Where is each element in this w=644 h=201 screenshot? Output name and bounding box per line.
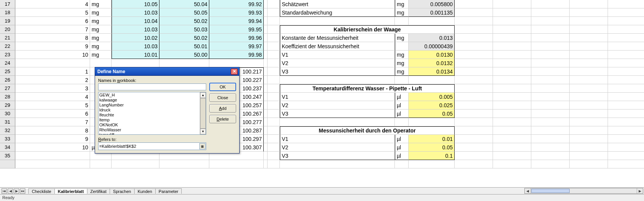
cell[interactable] xyxy=(90,160,112,168)
cell[interactable] xyxy=(264,67,268,76)
cell[interactable] xyxy=(159,59,209,67)
close-button[interactable]: Close xyxy=(209,93,236,102)
cell[interactable]: 5 xyxy=(15,101,90,109)
cell[interactable]: 50.05 xyxy=(159,8,209,17)
sheet-tab-kunden[interactable]: Kunden xyxy=(134,188,156,194)
cell[interactable] xyxy=(570,93,608,101)
cell[interactable] xyxy=(570,42,608,51)
cell[interactable] xyxy=(531,59,570,67)
cell[interactable] xyxy=(455,76,493,84)
cell[interactable] xyxy=(268,34,280,42)
tab-nav-prev[interactable]: ◀ xyxy=(8,188,13,194)
cell[interactable]: V3 xyxy=(280,109,395,118)
cell[interactable] xyxy=(268,93,280,101)
cell[interactable]: 9 xyxy=(15,135,90,143)
cell[interactable]: µl xyxy=(395,152,409,160)
cell[interactable] xyxy=(608,34,644,42)
cell[interactable] xyxy=(455,84,493,93)
cell[interactable]: Schätzwert xyxy=(280,0,395,8)
cell[interactable] xyxy=(395,160,409,168)
cell[interactable] xyxy=(493,143,531,152)
cell[interactable]: mg xyxy=(90,42,112,51)
cell[interactable] xyxy=(409,160,455,168)
cell[interactable] xyxy=(608,8,644,17)
scroll-down-button[interactable]: ▼ xyxy=(200,129,206,134)
cell[interactable]: 0.01 xyxy=(409,135,455,143)
cell[interactable] xyxy=(570,25,608,34)
cell[interactable] xyxy=(280,160,395,168)
cell[interactable]: 8 xyxy=(15,126,90,135)
hscroll-right-button[interactable]: ▶ xyxy=(637,188,643,193)
tab-nav-first[interactable]: ⏮ xyxy=(2,188,7,194)
cell[interactable]: V2 xyxy=(280,143,395,152)
sheet-tab-checkliste[interactable]: Checkliste xyxy=(28,188,55,194)
row-header[interactable]: 32 xyxy=(0,126,15,135)
cell[interactable] xyxy=(455,59,493,67)
cell[interactable] xyxy=(608,143,644,152)
cell[interactable]: 0.001135 xyxy=(409,8,455,17)
cell[interactable]: 6 xyxy=(15,109,90,118)
cell[interactable] xyxy=(268,51,280,59)
cell[interactable] xyxy=(493,160,531,168)
cell[interactable] xyxy=(531,8,570,17)
row-header[interactable]: 27 xyxy=(0,84,15,93)
cell[interactable]: V2 xyxy=(280,101,395,109)
cell[interactable] xyxy=(608,51,644,59)
cell[interactable]: 10.02 xyxy=(112,34,159,42)
cell[interactable]: 0.0130 xyxy=(409,51,455,59)
cell[interactable] xyxy=(531,84,570,93)
cell[interactable] xyxy=(570,118,608,126)
name-item[interactable]: OKNotOK xyxy=(99,123,199,127)
name-item[interactable]: tempdiff xyxy=(99,132,199,134)
cell[interactable] xyxy=(268,76,280,84)
cell[interactable] xyxy=(264,34,268,42)
cell[interactable] xyxy=(493,152,531,160)
cell[interactable]: Messunsicherheit durch den Operator xyxy=(280,126,455,135)
name-item[interactable]: ldruck xyxy=(99,108,199,113)
cell[interactable] xyxy=(531,42,570,51)
name-item[interactable]: lfeuchte xyxy=(99,113,199,118)
cell[interactable] xyxy=(264,135,268,143)
cell[interactable] xyxy=(264,126,268,135)
cell[interactable]: µl xyxy=(395,93,409,101)
cell[interactable] xyxy=(570,34,608,42)
cell[interactable] xyxy=(531,51,570,59)
row-header[interactable]: 24 xyxy=(0,59,15,67)
cell[interactable]: mg xyxy=(90,8,112,17)
cell[interactable] xyxy=(570,84,608,93)
cell[interactable] xyxy=(570,160,608,168)
cell[interactable] xyxy=(531,135,570,143)
cell[interactable] xyxy=(268,25,280,34)
cell[interactable] xyxy=(280,118,395,126)
cell[interactable] xyxy=(570,76,608,84)
cell[interactable] xyxy=(531,152,570,160)
ok-button[interactable]: OK xyxy=(209,83,236,91)
cell[interactable] xyxy=(570,135,608,143)
cell[interactable]: 4 xyxy=(15,0,90,8)
cell[interactable]: mg xyxy=(395,51,409,59)
name-item[interactable]: GEW_H xyxy=(99,93,199,98)
cell[interactable] xyxy=(493,118,531,126)
cell[interactable] xyxy=(608,17,644,25)
cell[interactable] xyxy=(264,93,268,101)
cell[interactable]: mg xyxy=(395,67,409,76)
cell[interactable] xyxy=(531,34,570,42)
cell[interactable] xyxy=(608,160,644,168)
cell[interactable]: mg xyxy=(90,0,112,8)
name-item[interactable]: LangNumber xyxy=(99,103,199,108)
cell[interactable] xyxy=(264,17,268,25)
cell[interactable] xyxy=(493,51,531,59)
cell[interactable] xyxy=(493,101,531,109)
cell[interactable] xyxy=(608,84,644,93)
cell[interactable] xyxy=(264,59,268,67)
cell[interactable] xyxy=(455,51,493,59)
cell[interactable] xyxy=(268,67,280,76)
cell[interactable]: 50.03 xyxy=(159,25,209,34)
cell[interactable] xyxy=(493,93,531,101)
cell[interactable]: 9 xyxy=(15,42,90,51)
cell[interactable]: 1 xyxy=(15,67,90,76)
cell[interactable] xyxy=(268,42,280,51)
cell[interactable] xyxy=(268,126,280,135)
cell[interactable]: 0.0132 xyxy=(409,59,455,67)
cell[interactable]: 0.05 xyxy=(409,143,455,152)
